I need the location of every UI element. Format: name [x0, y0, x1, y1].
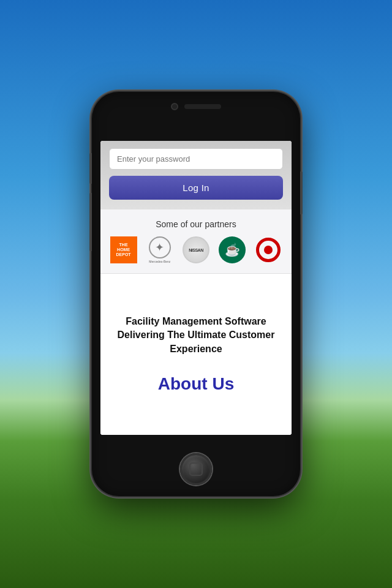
login-section: Log In [100, 141, 292, 209]
home-button[interactable] [180, 453, 212, 485]
partners-title: Some of our partners [107, 219, 285, 229]
password-input[interactable] [109, 148, 283, 170]
phone-screen: Log In Some of our partners THEHOMEDEPOT [100, 141, 292, 435]
logo-starbucks: ☕ [219, 236, 246, 263]
main-content: Facility Management Software Delivering … [100, 274, 292, 435]
partners-section: Some of our partners THEHOMEDEPOT ✦ [100, 209, 292, 274]
logo-mercedes: ✦ Mercedes-Benz [146, 236, 173, 263]
starbucks-icon: ☕ [225, 243, 240, 257]
home-button-inner [189, 462, 203, 476]
phone-frame: Log In Some of our partners THEHOMEDEPOT [92, 92, 300, 496]
logo-target [255, 236, 282, 263]
logo-homedepot: THEHOMEDEPOT [110, 236, 137, 263]
partners-logos: THEHOMEDEPOT ✦ Mercedes-Benz [107, 236, 285, 263]
tagline: Facility Management Software Delivering … [113, 315, 279, 356]
speaker-icon [184, 104, 221, 109]
screen-content: Log In Some of our partners THEHOMEDEPOT [100, 141, 292, 435]
login-button[interactable]: Log In [109, 176, 283, 200]
camera-icon [171, 103, 178, 110]
about-us-link[interactable]: About Us [158, 374, 234, 394]
phone-top-bar [171, 103, 221, 110]
mercedes-star-icon: ✦ [155, 241, 164, 254]
logo-nissan: NISSAN [183, 236, 209, 263]
